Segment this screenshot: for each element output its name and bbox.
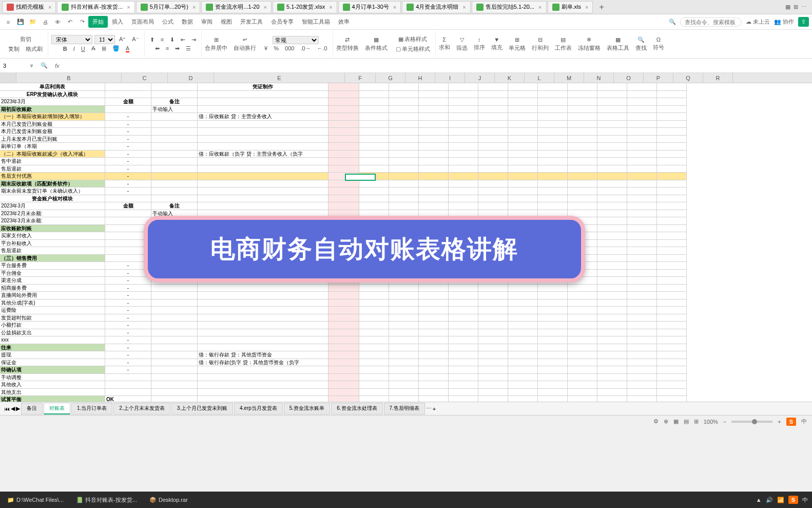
cell[interactable] [597,128,627,136]
close-icon[interactable]: × [329,4,332,10]
cell[interactable] [478,83,508,91]
cell[interactable] [359,359,389,367]
cell[interactable] [597,91,627,99]
ime-lang[interactable]: 中 [801,418,807,425]
cell[interactable] [359,158,389,165]
cell[interactable] [198,285,328,292]
cell[interactable] [568,314,597,322]
cell[interactable] [449,83,478,91]
cell[interactable] [389,136,419,143]
cell[interactable] [419,307,449,314]
file-tab[interactable]: 4月订单1-30号× [338,1,401,13]
cell[interactable] [478,195,508,203]
cell[interactable] [568,121,597,128]
save-icon[interactable]: 💾 [15,17,26,27]
cell[interactable] [478,136,508,143]
cell[interactable] [627,351,657,359]
cell[interactable] [538,396,568,402]
cell[interactable] [508,366,538,374]
cell[interactable]: 2023年3月 [0,98,105,106]
cell-button[interactable]: ⊞单元格 [506,36,529,52]
cell[interactable] [389,359,419,367]
cell[interactable] [597,106,627,114]
col-header[interactable]: R [703,73,733,83]
cell[interactable] [478,389,508,397]
cell[interactable] [538,91,568,99]
add-tab-button[interactable]: + [594,3,609,12]
cell[interactable] [568,195,597,203]
cell[interactable]: - [105,307,151,314]
cell[interactable] [105,210,151,218]
cell[interactable]: 售中退款 [0,158,105,165]
cell[interactable] [657,180,687,188]
cell[interactable]: 2023年2月末余额: [0,210,105,218]
cell[interactable] [198,299,328,307]
cell[interactable] [597,381,627,389]
cell[interactable]: （二）本期应收账款减少（收入冲减） [0,150,105,158]
cell[interactable]: 资金账户核对模块 [0,195,105,203]
cell[interactable] [449,389,478,397]
cell[interactable] [328,329,359,337]
cell[interactable] [419,351,449,359]
cell[interactable] [657,173,687,180]
cell[interactable] [508,314,538,322]
cell[interactable] [359,150,389,158]
cell[interactable] [508,128,538,136]
cell[interactable] [568,329,597,337]
ribbon-tab[interactable]: 插入 [108,16,127,28]
cell[interactable] [568,374,597,382]
cell[interactable] [627,113,657,121]
cell[interactable] [198,143,328,150]
cell[interactable] [359,165,389,173]
cell[interactable] [419,202,449,210]
cell[interactable]: 其他收入 [0,381,105,389]
cell[interactable] [359,83,389,91]
cell[interactable] [657,121,687,128]
tray-icon[interactable]: ▲ [756,497,762,503]
cell[interactable] [597,232,627,240]
cell[interactable] [597,262,627,270]
cell[interactable] [538,307,568,314]
cell[interactable] [508,381,538,389]
cell[interactable] [449,366,478,374]
cell[interactable]: 售后退款 [0,165,105,173]
bold-button[interactable]: B [61,45,69,53]
cell[interactable] [657,113,687,121]
cell[interactable]: 2023年3月 [0,202,105,210]
sheet-tab[interactable]: 2.上个月末未发货表 [113,403,170,415]
zoom-out[interactable]: − [723,419,726,425]
cell[interactable] [105,374,151,382]
cell[interactable] [359,329,389,337]
fx-icon[interactable]: fx [51,63,64,69]
cell[interactable]: 上月未发本月已发已到账 [0,136,105,143]
cell[interactable] [151,299,198,307]
close-icon[interactable]: × [538,4,542,10]
cell[interactable] [389,180,419,188]
cell[interactable] [328,143,359,150]
cell[interactable] [419,285,449,292]
cell[interactable] [657,307,687,314]
cell[interactable] [328,113,359,121]
menu-icon[interactable]: ⋯ [801,4,807,10]
cell[interactable] [657,217,687,225]
cell[interactable] [198,292,328,299]
cell[interactable] [449,98,478,106]
cell[interactable] [657,247,687,255]
cell[interactable]: 保证金 [0,359,105,367]
sheet-more[interactable]: ⋯ [426,405,432,412]
col-header[interactable]: H [405,73,435,83]
file-tab[interactable]: 5月订单...20号)× [136,1,201,13]
cell[interactable] [597,202,627,210]
cell[interactable] [568,359,597,367]
cell[interactable] [198,329,328,337]
currency-button[interactable]: ¥ [262,44,269,52]
format-select[interactable]: 常规 [273,36,319,44]
grid-icon[interactable]: ▦ [785,4,790,10]
cell[interactable] [627,83,657,91]
sheet-nav-prev[interactable]: ◀ [11,405,15,412]
cell[interactable] [597,247,627,255]
cell[interactable] [657,381,687,389]
cell[interactable] [419,158,449,165]
align-right[interactable]: ➡ [173,44,182,53]
cell[interactable] [328,98,359,106]
